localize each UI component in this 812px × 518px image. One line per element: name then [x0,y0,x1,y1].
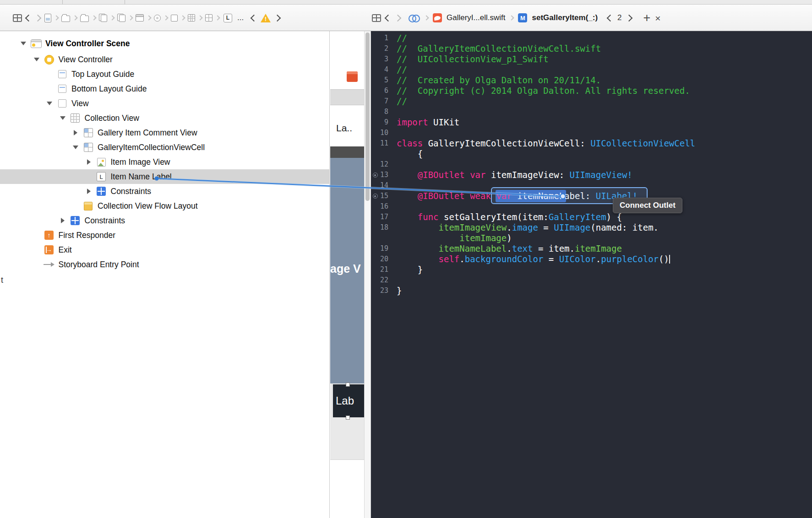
code-line[interactable]: 2// GalleryItemCollectionViewCell.swift [371,43,812,54]
scene-cube-icon[interactable] [347,71,358,82]
xcode-window: L ... GalleryI...ell.swift M setGalleryI… [0,0,812,518]
related-items-icon[interactable] [13,14,22,22]
outline-item-view-controller[interactable]: View Controller [0,52,329,67]
disclosure-open-icon[interactable] [33,52,44,67]
outline-item-item-image-view[interactable]: Item Image View [0,155,329,169]
line-number: 11 [379,138,390,149]
folder-icon[interactable] [80,16,89,22]
partial-cell-label[interactable]: La.. [336,123,352,134]
outline-item-galleryitemcollectionviewcell[interactable]: GalleryItemCollectionViewCell [0,140,329,155]
item-name-label-text: Lab [336,394,354,407]
code-line[interactable]: 17 func setGalleryItem(item:GalleryItem)… [371,212,812,222]
selection-handle[interactable] [346,415,350,420]
file-pair-icon[interactable] [99,14,107,22]
previous-counterpart-icon[interactable] [607,14,614,22]
code-line[interactable]: 5// Created by Olga Dalton on 20/11/14. [371,75,812,86]
next-issue-icon[interactable] [274,14,281,22]
outline-tree: View Controller SceneView ControllerTop … [0,35,329,272]
outline-item-storyboard-entry-point[interactable]: Storyboard Entry Point [0,257,329,272]
outline-item-top-layout-guide[interactable]: Top Layout Guide [0,67,329,81]
code-line[interactable]: 9import UIKit [371,117,812,128]
code-line[interactable]: 22 [371,275,812,286]
outline-item-first-responder[interactable]: First Responder [0,228,329,243]
outline-item-collection-view-flow-layout[interactable]: Collection View Flow Layout [0,199,329,213]
previous-issue-icon[interactable] [251,14,258,22]
selection-handle[interactable] [346,383,350,387]
image-view-icon [97,158,106,167]
disclosure-closed-icon[interactable] [60,213,70,228]
scrollbar-thumb[interactable] [365,32,370,201]
item-image-view-canvas[interactable]: age V [330,158,364,383]
code-line[interactable]: { [371,149,812,159]
code-line[interactable]: 20 self.backgroundColor = UIColor.purple… [371,254,812,264]
connection-well-icon[interactable] [371,173,379,178]
code-line[interactable]: 6// Copyright (c) 2014 Olga Dalton. All … [371,86,812,96]
disclosure-closed-icon[interactable] [86,155,96,169]
file-preview-icon[interactable] [44,14,51,22]
tab-separator [125,0,125,4]
cell-crumb-icon[interactable] [205,14,213,22]
label-crumb-icon[interactable]: L [223,14,232,22]
file-pair-icon[interactable] [117,14,125,22]
code-line[interactable]: 11class GalleryItemCollectionViewCell: U… [371,138,812,149]
collection-cell-icon [84,143,93,152]
outline-item-item-name-label[interactable]: LItem Name Label [0,169,329,184]
code-line[interactable]: 18 itemImageView.image = UIImage(named: … [371,222,812,233]
storyboard-icon[interactable] [136,14,144,22]
disclosure-open-icon[interactable] [60,111,70,125]
code-line[interactable]: 7// [371,96,812,107]
outline-item-exit[interactable]: Exit [0,243,329,257]
disclosure-open-icon[interactable] [46,96,56,111]
code-text: func setGalleryItem(item:GalleryItem) { [397,212,622,222]
outline-item-constraints[interactable]: Constraints [0,184,329,199]
code-line[interactable]: 8 [371,107,812,117]
counterparts-icon[interactable] [409,14,420,22]
item-name-label-canvas[interactable]: Lab [333,384,364,417]
crumb-separator-icon [54,15,59,20]
tab-bar[interactable] [0,0,812,5]
collection-crumb-icon[interactable] [188,14,195,22]
code-line[interactable]: 13 @IBOutlet var itemImageView: UIImageV… [371,170,812,180]
outline-item-constraints[interactable]: Constraints [0,213,329,228]
disclosure-closed-icon[interactable] [72,125,82,140]
outline-item-collection-view[interactable]: Collection View [0,111,329,125]
related-items-icon[interactable] [372,14,381,22]
line-number: 12 [379,159,390,170]
outline-item-gallery-item-comment-view[interactable]: Gallery Item Comment View [0,125,329,140]
disclosure-open-icon[interactable] [72,140,82,155]
folder-icon[interactable] [61,16,70,22]
code-line[interactable]: 21 } [371,264,812,275]
code-line[interactable]: 10 [371,128,812,138]
outline-item-bottom-layout-guide[interactable]: Bottom Layout Guide [0,81,329,96]
code-line[interactable]: 12 [371,159,812,170]
vertical-scrollbar[interactable] [364,31,371,518]
code-line[interactable]: itemImage) [371,233,812,243]
swift-file-icon[interactable] [433,13,442,22]
symbol-crumb[interactable]: setGalleryItem(_:) [532,13,598,22]
jump-bar-ellipsis[interactable]: ... [237,13,244,22]
code-line[interactable]: 4// [371,65,812,75]
next-counterpart-icon[interactable] [625,14,632,22]
code-text: @IBOutlet var itemImageView: UIImageView… [397,170,632,180]
counterpart-counter[interactable]: 2 [617,13,621,22]
outline-item-view-controller-scene[interactable]: View Controller Scene [0,35,329,52]
disclosure-closed-icon[interactable] [86,184,96,199]
code-line[interactable]: 19 itemNameLabel.text = item.itemImage [371,243,812,254]
disclosure-open-icon[interactable] [20,35,30,52]
code-line[interactable]: 1// [371,33,812,43]
code-line[interactable]: 3// UICollectionView_p1_Swift [371,54,812,65]
view-crumb-icon[interactable] [171,15,178,22]
warning-icon[interactable] [261,14,271,22]
forward-chevron-icon[interactable] [394,14,402,22]
forward-chevron-icon[interactable] [34,14,42,22]
back-chevron-icon[interactable] [385,14,392,22]
outline-item-view[interactable]: View [0,96,329,111]
vc-crumb-icon[interactable] [154,15,161,22]
close-editor-icon[interactable]: × [655,13,660,23]
back-chevron-icon[interactable] [25,14,33,22]
add-editor-icon[interactable]: + [643,12,651,24]
connection-well-icon[interactable] [371,194,379,199]
assistant-code-editor[interactable]: 1//2// GalleryItemCollectionViewCell.swi… [371,31,812,518]
code-line[interactable]: 23} [371,286,812,296]
file-name-crumb[interactable]: GalleryI...ell.swift [447,13,505,22]
